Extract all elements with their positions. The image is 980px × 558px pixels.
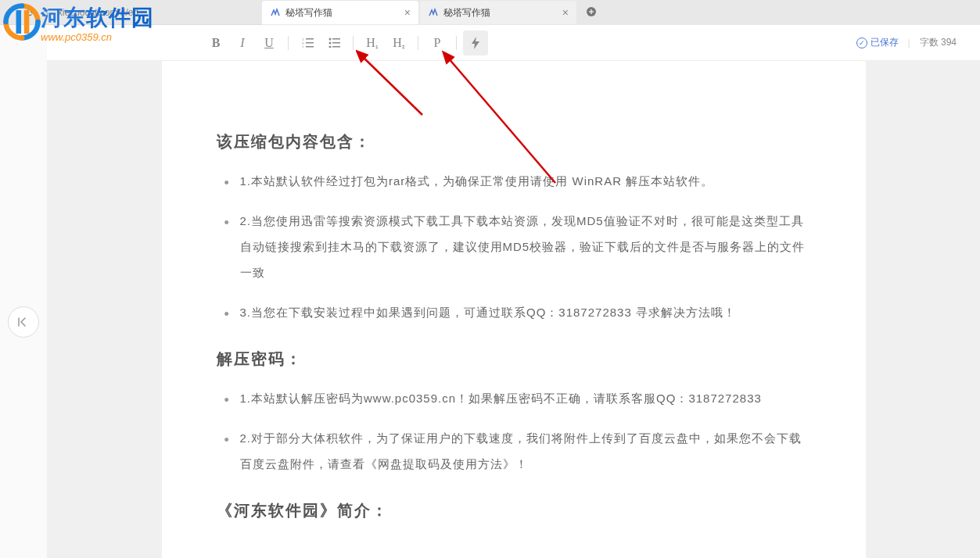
tab-title: 秘塔写作猫 xyxy=(443,6,490,20)
heading-intro: 《河东软件园》简介： xyxy=(217,500,811,521)
tabs-row: 秘塔写作猫 × 秘塔写作猫 × xyxy=(262,0,980,25)
svg-point-9 xyxy=(328,38,331,41)
heading-unzip-password: 解压密码： xyxy=(217,349,811,370)
close-icon[interactable]: × xyxy=(404,6,411,19)
left-rail xyxy=(0,25,47,558)
tab-favicon-icon xyxy=(428,7,439,18)
toolbar-divider xyxy=(288,36,289,50)
heading2-button[interactable]: H xyxy=(386,30,411,55)
home-button[interactable]: ⌂ xyxy=(41,6,48,19)
svg-rect-14 xyxy=(332,46,340,48)
saved-status: ✓ 已保存 xyxy=(856,36,899,49)
list-2: 1.本站默认解压密码为www.pc0359.cn！如果解压密码不正确，请联系客服… xyxy=(217,385,811,477)
svg-rect-10 xyxy=(332,38,340,40)
tab-2[interactable]: 秘塔写作猫 × xyxy=(420,1,576,24)
document-paper[interactable]: 该压缩包内容包含： 1.本站默认软件经过打包为rar格式，为确保正常使用请使用 … xyxy=(162,61,866,558)
close-icon[interactable]: × xyxy=(562,6,569,19)
collapse-button[interactable] xyxy=(8,306,39,338)
svg-rect-4 xyxy=(306,38,314,40)
toolbar-divider xyxy=(353,36,354,50)
list-item: 1.本站默认软件经过打包为rar格式，为确保正常使用请使用 WinRAR 解压本… xyxy=(240,168,811,194)
list-1: 1.本站默认软件经过打包为rar格式，为确保正常使用请使用 WinRAR 解压本… xyxy=(217,168,811,325)
paragraph-button[interactable]: P xyxy=(425,30,450,55)
tab-title: 秘塔写作猫 xyxy=(285,6,332,20)
wordcount: 字数 394 xyxy=(920,36,957,49)
bold-button[interactable]: B xyxy=(203,30,228,55)
tab-favicon-icon xyxy=(270,7,281,18)
unordered-list-button[interactable] xyxy=(321,30,346,55)
svg-rect-8 xyxy=(306,46,314,48)
add-tab-button[interactable] xyxy=(578,5,605,21)
toolbar-divider xyxy=(456,36,457,50)
heading-compressed-contents: 该压缩包内容包含： xyxy=(217,131,811,152)
reload-button[interactable]: ⟳ xyxy=(26,6,35,19)
underline-button[interactable]: U xyxy=(257,30,282,55)
list-item: 3.当您在下载安装过程中如果遇到问题，可通过联系QQ：3187272833 寻求… xyxy=(240,299,811,325)
list-item: 1.本站默认解压密码为www.pc0359.cn！如果解压密码不正确，请联系客服… xyxy=(240,385,811,411)
heading1-button[interactable]: H xyxy=(360,30,385,55)
back-button[interactable]: ‹ xyxy=(6,6,10,19)
toolbar: B I U 123 H H P xyxy=(47,25,980,61)
svg-point-13 xyxy=(328,46,331,48)
ordered-list-button[interactable]: 123 xyxy=(295,30,320,55)
svg-rect-6 xyxy=(306,42,314,44)
list-item: 2.对于部分大体积软件，为了保证用户的下载速度，我们将附件上传到了百度云盘中，如… xyxy=(240,425,811,477)
svg-rect-12 xyxy=(332,42,340,44)
url-display[interactable]: xiezuocat.com/#/ed xyxy=(58,7,138,18)
lightning-button[interactable] xyxy=(463,30,488,55)
forward-button[interactable]: › xyxy=(16,6,20,19)
toolbar-divider xyxy=(418,36,418,50)
italic-button[interactable]: I xyxy=(230,30,255,55)
tab-1[interactable]: 秘塔写作猫 × xyxy=(262,1,418,24)
svg-text:3: 3 xyxy=(302,45,304,48)
svg-point-11 xyxy=(328,42,331,45)
saved-label: 已保存 xyxy=(871,36,899,49)
list-item: 2.当您使用迅雷等搜索资源模式下载工具下载本站资源，发现MD5值验证不对时，很可… xyxy=(240,208,811,285)
check-icon: ✓ xyxy=(856,38,867,48)
